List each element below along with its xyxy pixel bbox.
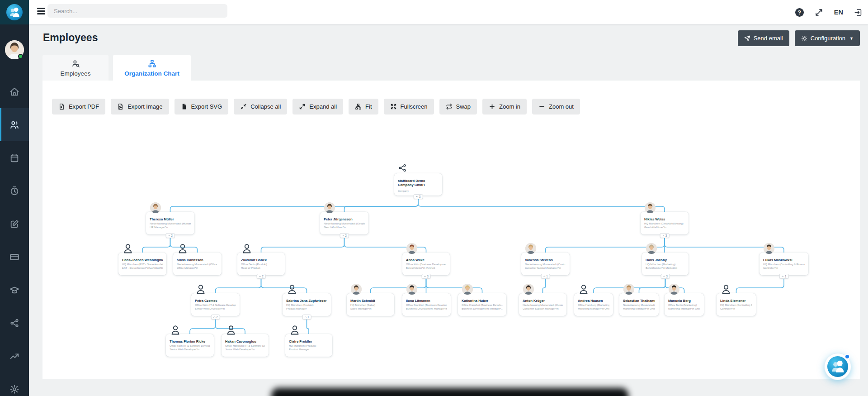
- sidebar-item-reports[interactable]: [0, 339, 29, 372]
- help-icon[interactable]: ?: [795, 8, 804, 17]
- employee-photo-avatar: [669, 284, 679, 295]
- tab-employees[interactable]: Employees: [42, 55, 108, 81]
- employee-photo-avatar: [646, 243, 657, 254]
- collapse-toggle[interactable]: 2: [256, 274, 266, 279]
- chevron-up-icon: [662, 234, 665, 237]
- children-count: 3: [665, 234, 667, 237]
- graduation-cap-icon: [9, 285, 19, 295]
- org-node-anna[interactable]: Anna WilkeOffice Köln (Business Developm…: [402, 253, 450, 275]
- node-role: Marketing Manager*in Online: [668, 307, 700, 311]
- org-node-martin[interactable]: Martin SchmidtHQ München (Sales)Sales Ma…: [347, 293, 394, 316]
- node-department: HQ München (Marketing): [646, 263, 685, 267]
- collapse-toggle[interactable]: 3: [421, 274, 431, 279]
- menu-icon[interactable]: [37, 8, 45, 17]
- collapse-toggle[interactable]: 2: [211, 315, 220, 320]
- org-node-petra[interactable]: Petra CzemecOffice Köln (IT & Software D…: [191, 293, 240, 316]
- org-node-theresa[interactable]: Theresa MüllerNiederlassung Musterstadt …: [146, 212, 194, 234]
- org-node-peter[interactable]: Peter JürgenssenNiederlassung Musterstad…: [320, 212, 368, 234]
- collapse-toggle[interactable]: 2: [340, 233, 349, 238]
- node-role: EXT - Steuerberater*in/Lohnbuchha...: [122, 267, 163, 270]
- org-node-hansjochen[interactable]: Hans-Jochen WenningmeierHQ München (EXT …: [118, 253, 166, 275]
- org-node-anton[interactable]: Anton KrögerNiederlassung Musterstadt (C…: [519, 293, 566, 316]
- bottom-overlay: [271, 388, 628, 396]
- sidebar-item-settings[interactable]: [0, 372, 29, 396]
- sidebar-item-network[interactable]: [0, 306, 29, 339]
- node-department: Office Frankfurt (Business Develo...: [462, 304, 503, 307]
- tab-label: Employees: [61, 70, 91, 77]
- node-role: Bereichsleiter*in Vertrieb: [406, 267, 446, 270]
- org-node-hakan[interactable]: Hakan CavonoglouOffice Hamburg (IT & Sof…: [222, 334, 269, 357]
- gear-icon: [801, 35, 807, 42]
- node-department: HQ München (Controlling & Finance): [720, 304, 752, 307]
- collapse-toggle[interactable]: 1: [302, 315, 311, 320]
- org-node-thomas[interactable]: Thomas Florian RickeOffice Köln (IT & So…: [166, 334, 214, 357]
- sidebar-item-billing[interactable]: [0, 240, 29, 273]
- node-department: Office Frankfurt (Business Develop...: [406, 304, 447, 307]
- node-name: staffboard Demo Company GmbH: [398, 179, 439, 187]
- sidebar-item-calendar[interactable]: [0, 141, 29, 174]
- org-node-hansjacoby[interactable]: Hans JacobyHQ München (Marketing)Bereich…: [642, 253, 689, 275]
- node-name: Sabrina Jana Zupfwieser: [286, 299, 327, 303]
- chevron-down-icon: ▼: [849, 36, 854, 41]
- node-name: Martin Schmidt: [350, 299, 391, 303]
- org-node-sebastian[interactable]: Sebastian ThalhammerNiederlassung Muster…: [619, 293, 659, 316]
- children-count: 3: [427, 275, 429, 278]
- node-department: HQ München (Produkt): [286, 304, 327, 307]
- collapse-toggle[interactable]: 3: [414, 194, 423, 199]
- gear-icon: [9, 384, 19, 394]
- org-node-zlavomir[interactable]: Zlavomir BonekOffice Berlin (Produkt)Hea…: [237, 253, 285, 275]
- node-department: HQ München (EXT - Steuerkanzlei/L...: [122, 263, 163, 267]
- node-name: Lukas Mankowksi: [763, 258, 805, 262]
- children-count: 2: [345, 234, 347, 237]
- node-department: HQ München (Produkt): [289, 344, 329, 348]
- employee-photo-avatar: [351, 284, 362, 295]
- org-node-vanessa[interactable]: Vanessa StevensNiederlassung Musterstadt…: [521, 253, 570, 275]
- collapse-toggle[interactable]: 2: [165, 233, 175, 238]
- app-logo[interactable]: [0, 0, 29, 24]
- node-role: Bereichsleiter*in Marketing: [646, 267, 685, 270]
- sidebar-item-home[interactable]: [0, 75, 29, 108]
- node-role: Senior Web Developer*in: [195, 307, 236, 311]
- person-outline-icon: [578, 284, 589, 295]
- org-node-lukas[interactable]: Lukas MankowksiHQ München (Controlling &…: [760, 253, 808, 275]
- maximize-icon[interactable]: [815, 8, 823, 17]
- node-role: Product Manager: [289, 348, 329, 352]
- org-node-sabrina[interactable]: Sabrina Jana ZupfwieserHQ München (Produ…: [283, 293, 331, 316]
- node-department: Office Köln (Business Development): [406, 263, 446, 267]
- sidebar-item-forms[interactable]: [0, 207, 29, 240]
- sidebar-item-employees[interactable]: [0, 108, 29, 141]
- person-outline-icon: [170, 324, 181, 335]
- collapse-toggle[interactable]: 1: [541, 274, 550, 279]
- page-title: Employees: [43, 32, 98, 44]
- language-selector[interactable]: EN: [834, 9, 843, 16]
- org-node-linda[interactable]: Linda SiemenerHQ München (Controlling & …: [717, 293, 756, 316]
- org-node-company-root[interactable]: staffboard Demo Company GmbHCompany3: [394, 173, 442, 196]
- sidebar-item-training[interactable]: [0, 273, 29, 306]
- sidebar-item-time-tracking[interactable]: [0, 174, 29, 207]
- chevron-up-icon: [782, 275, 784, 277]
- org-node-ilona[interactable]: Ilona LitmanenOffice Frankfurt (Business…: [402, 293, 451, 316]
- children-count: 3: [419, 195, 421, 198]
- org-node-andrea[interactable]: Andrea HausenOffice Hamburg (Marketing)M…: [574, 293, 613, 316]
- send-email-button[interactable]: Send email: [738, 30, 789, 46]
- collapse-toggle[interactable]: 3: [660, 274, 670, 279]
- tab-organization-chart[interactable]: Organization Chart: [113, 55, 191, 81]
- node-role: Controller*in: [763, 267, 805, 270]
- org-node-katharina[interactable]: Katharina HuberOffice Frankfurt (Busines…: [458, 293, 506, 316]
- search-input[interactable]: [47, 4, 227, 18]
- org-node-claire[interactable]: Claire PreidlerHQ München (Produkt)Produ…: [285, 334, 332, 357]
- collapse-toggle[interactable]: 1: [779, 274, 789, 279]
- logout-icon[interactable]: [854, 8, 863, 17]
- staffboard-logo-icon: [6, 4, 23, 20]
- org-node-manuela[interactable]: Manuela BergOffice Berlin (Marketing)Mar…: [665, 293, 704, 316]
- org-node-silvia[interactable]: Silvia HannssonNiederlassung Musterstadt…: [173, 253, 222, 275]
- children-count: 1: [785, 275, 787, 278]
- node-name: Hans Jacoby: [646, 258, 685, 262]
- configuration-button[interactable]: Configuration ▼: [795, 30, 860, 46]
- organization-chart-panel: Export PDFExport ImageExport SVGCollapse…: [42, 81, 860, 379]
- org-node-niklas[interactable]: Niklas WeissHQ München (Geschäftsführung…: [641, 212, 689, 234]
- chevron-up-icon: [304, 316, 307, 318]
- collapse-toggle[interactable]: 3: [660, 233, 670, 238]
- staffboard-logo-icon: [827, 356, 848, 377]
- employee-photo-avatar: [623, 284, 634, 295]
